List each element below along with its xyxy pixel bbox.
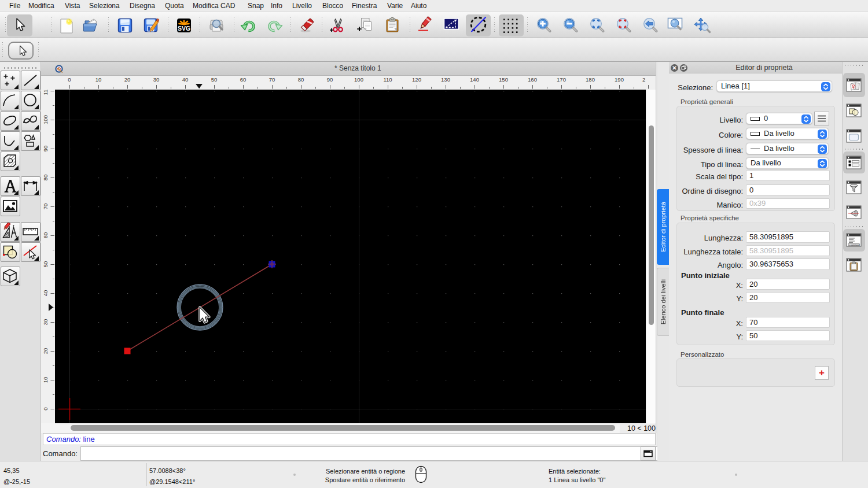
svg-text:c command: c command (849, 244, 860, 246)
svg-text:SVG: SVG (178, 25, 190, 32)
